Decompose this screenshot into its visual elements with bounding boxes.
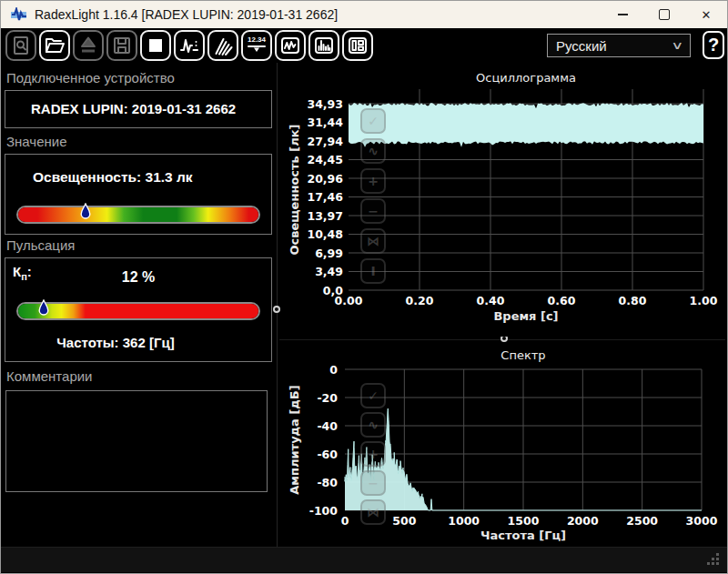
- titlebar: RadexLight 1.16.4 [RADEX LUPIN: 2019-01-…: [1, 1, 727, 28]
- layout-view-button[interactable]: [342, 30, 373, 61]
- vertical-splitter[interactable]: [277, 63, 278, 547]
- svg-text:1.00: 1.00: [690, 294, 718, 307]
- svg-text:500: 500: [392, 514, 416, 528]
- illuminance-marker-icon: [80, 203, 91, 223]
- open-folder-icon: [44, 35, 66, 56]
- oscillogram-region: 34,9331,4427,9424,4520,9617,4613,9710,48…: [283, 69, 725, 337]
- pulsation-gradient: [18, 304, 258, 318]
- svg-text:27,94: 27,94: [307, 135, 343, 148]
- svg-text:0.20: 0.20: [406, 294, 434, 307]
- svg-text:3000: 3000: [686, 514, 718, 528]
- svg-text:Осциллограмма: Осциллограмма: [476, 71, 576, 85]
- pulsation-view-button[interactable]: [174, 30, 205, 61]
- upload-from-device-button[interactable]: [73, 30, 104, 61]
- zoom-preview-button[interactable]: [5, 30, 36, 61]
- oscillogram-view-button[interactable]: [275, 30, 306, 61]
- svg-text:24,45: 24,45: [307, 153, 343, 166]
- svg-text:0.60: 0.60: [548, 294, 576, 307]
- chevron-down-icon: ∨: [672, 39, 684, 52]
- svg-text:34,93: 34,93: [307, 97, 343, 111]
- svg-text:2500: 2500: [626, 514, 658, 528]
- svg-text:1000: 1000: [448, 514, 480, 528]
- svg-text:-20: -20: [317, 391, 338, 405]
- illuminance-reading: Освещенность: 31.3 лк: [33, 169, 193, 186]
- svg-text:Время [с]: Время [с]: [493, 309, 558, 323]
- language-select[interactable]: Русский ∨: [547, 34, 691, 57]
- spectrum-region: 0-20-40-60-80-10005001000150020002500300…: [283, 345, 725, 547]
- vertical-splitter-grip[interactable]: [273, 306, 280, 313]
- chart-zoom-out-button[interactable]: −: [360, 470, 386, 496]
- chart-fit-button[interactable]: ⋈: [360, 228, 386, 254]
- oscillogram-icon: [279, 35, 301, 56]
- chart-autoscale-button[interactable]: ∿: [360, 412, 386, 438]
- pulse-cursor-icon: [178, 35, 200, 56]
- chart-zoom-in-button[interactable]: +: [360, 168, 386, 194]
- stop-measurement-button[interactable]: [140, 30, 171, 61]
- rays-view-button[interactable]: [207, 30, 238, 61]
- chart-fit-button[interactable]: ⋈: [360, 499, 386, 525]
- svg-text:31,44: 31,44: [307, 116, 343, 129]
- maximize-icon: [659, 9, 670, 20]
- spectrum-view-button[interactable]: [308, 30, 339, 61]
- numeric-display-icon: [246, 44, 268, 55]
- numeric-display-text: 12.34: [248, 35, 266, 44]
- svg-text:-40: -40: [317, 419, 338, 433]
- chart-autoscale-button[interactable]: ∿: [360, 138, 386, 164]
- chart-zoom-in-button[interactable]: +: [360, 441, 386, 467]
- svg-text:0.80: 0.80: [619, 294, 647, 307]
- chart-vertical-scale-button[interactable]: Ⅰ: [360, 258, 386, 284]
- language-value: Русский: [556, 38, 607, 54]
- numeric-display-view-button[interactable]: 12.34: [241, 30, 272, 61]
- svg-text:-60: -60: [317, 448, 338, 461]
- pulsation-marker-icon: [38, 299, 49, 319]
- window-controls: ✕: [602, 1, 727, 28]
- spectrum-plot[interactable]: 0-20-40-60-80-10005001000150020002500300…: [283, 345, 725, 547]
- illuminance-scale: [16, 206, 260, 224]
- svg-text:0.00: 0.00: [335, 294, 363, 307]
- svg-text:-80: -80: [317, 476, 338, 489]
- svg-text:0.40: 0.40: [477, 294, 505, 307]
- open-file-button[interactable]: [39, 30, 70, 61]
- light-rays-icon: [212, 35, 234, 56]
- oscillogram-plot[interactable]: 34,9331,4427,9424,4520,9617,4613,9710,48…: [283, 69, 725, 337]
- statusbar: [1, 547, 727, 572]
- frequency-reading: Частоты: 362 [Гц]: [5, 335, 226, 350]
- svg-text:Освещенность [лк]: Освещенность [лк]: [288, 124, 301, 255]
- value-section-label: Значение: [6, 134, 67, 149]
- svg-text:Спектр: Спектр: [500, 348, 545, 362]
- svg-text:6,99: 6,99: [315, 247, 343, 260]
- app-icon: [11, 7, 27, 22]
- illuminance-gradient: [18, 207, 258, 222]
- comments-textarea[interactable]: [5, 390, 268, 492]
- svg-text:0: 0: [329, 363, 338, 377]
- help-button[interactable]: ?: [703, 31, 724, 59]
- minimize-icon: [618, 14, 628, 15]
- chart-zoom-out-button[interactable]: −: [360, 198, 386, 224]
- device-box: RADEX LUPIN: 2019-01-31 2662: [5, 90, 272, 128]
- device-name: RADEX LUPIN: 2019-01-31 2662: [5, 91, 271, 127]
- zoom-document-icon: [10, 35, 32, 56]
- svg-text:20,96: 20,96: [307, 172, 343, 186]
- spectrum-bars-icon: [313, 35, 335, 56]
- svg-text:2000: 2000: [567, 514, 599, 528]
- resize-grip-icon[interactable]: [716, 562, 719, 565]
- device-section-label: Подключенное устройство: [6, 70, 175, 86]
- minimize-button[interactable]: [602, 1, 643, 28]
- close-button[interactable]: ✕: [685, 1, 727, 28]
- stop-square-icon: [145, 35, 167, 56]
- svg-text:17,46: 17,46: [307, 190, 343, 204]
- value-box: Освещенность: 31.3 лк: [5, 154, 272, 235]
- toolbar: 12.34 Русский ∨ ?: [1, 28, 727, 63]
- svg-text:3,49: 3,49: [315, 265, 343, 278]
- save-floppy-icon: [111, 35, 133, 56]
- svg-text:10,48: 10,48: [307, 227, 343, 241]
- svg-text:0: 0: [341, 514, 349, 528]
- svg-text:13,97: 13,97: [307, 209, 343, 223]
- save-file-button[interactable]: [106, 30, 137, 61]
- pulsation-scale: [16, 302, 260, 320]
- maximize-button[interactable]: [643, 1, 685, 28]
- close-icon: ✕: [702, 9, 712, 21]
- eject-icon: [77, 35, 99, 56]
- chart-select-button[interactable]: ✓: [360, 383, 386, 408]
- chart-select-button[interactable]: ✓: [360, 108, 386, 134]
